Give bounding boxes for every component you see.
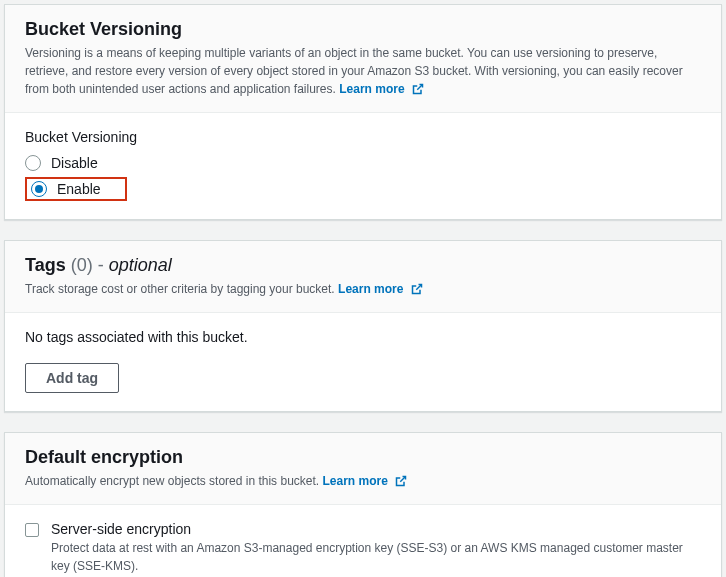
- encryption-desc-text: Automatically encrypt new objects stored…: [25, 474, 319, 488]
- encryption-learn-more-link[interactable]: Learn more: [322, 474, 407, 488]
- versioning-description: Versioning is a means of keeping multipl…: [25, 44, 701, 100]
- tags-title-row: Tags (0) - optional: [25, 255, 701, 276]
- radio-label-disable: Disable: [51, 155, 98, 171]
- tags-empty-message: No tags associated with this bucket.: [25, 329, 701, 345]
- radio-label-enable: Enable: [57, 181, 101, 197]
- external-link-icon: [412, 82, 424, 100]
- radio-icon: [31, 181, 47, 197]
- panel-header: Tags (0) - optional Track storage cost o…: [5, 241, 721, 313]
- tags-desc-text: Track storage cost or other criteria by …: [25, 282, 335, 296]
- tags-panel: Tags (0) - optional Track storage cost o…: [4, 240, 722, 412]
- panel-body: Bucket Versioning Disable Enable: [5, 113, 721, 219]
- sse-checkbox-row[interactable]: Server-side encryption Protect data at r…: [25, 521, 701, 575]
- external-link-icon: [411, 282, 423, 300]
- versioning-field-label: Bucket Versioning: [25, 129, 701, 145]
- versioning-disable-radio[interactable]: Disable: [25, 151, 701, 175]
- versioning-title: Bucket Versioning: [25, 19, 701, 40]
- checkbox-icon: [25, 523, 39, 537]
- radio-icon: [25, 155, 41, 171]
- learn-more-text: Learn more: [339, 82, 404, 96]
- tags-optional: optional: [109, 255, 172, 275]
- tags-title: Tags: [25, 255, 66, 275]
- versioning-enable-radio[interactable]: Enable: [31, 181, 101, 197]
- versioning-learn-more-link[interactable]: Learn more: [339, 82, 424, 96]
- tags-dash: -: [98, 255, 104, 275]
- tags-count: (0): [71, 255, 93, 275]
- learn-more-text: Learn more: [322, 474, 387, 488]
- encryption-panel: Default encryption Automatically encrypt…: [4, 432, 722, 577]
- sse-description: Protect data at rest with an Amazon S3-m…: [51, 539, 701, 575]
- panel-header: Default encryption Automatically encrypt…: [5, 433, 721, 505]
- tags-description: Track storage cost or other criteria by …: [25, 280, 701, 300]
- tags-learn-more-link[interactable]: Learn more: [338, 282, 423, 296]
- panel-body: Server-side encryption Protect data at r…: [5, 505, 721, 577]
- add-tag-button[interactable]: Add tag: [25, 363, 119, 393]
- learn-more-text: Learn more: [338, 282, 403, 296]
- checkbox-content: Server-side encryption Protect data at r…: [51, 521, 701, 575]
- panel-body: No tags associated with this bucket. Add…: [5, 313, 721, 411]
- encryption-title: Default encryption: [25, 447, 701, 468]
- enable-highlight: Enable: [25, 177, 127, 201]
- external-link-icon: [395, 474, 407, 492]
- bucket-versioning-panel: Bucket Versioning Versioning is a means …: [4, 4, 722, 220]
- encryption-description: Automatically encrypt new objects stored…: [25, 472, 701, 492]
- sse-title: Server-side encryption: [51, 521, 701, 537]
- panel-header: Bucket Versioning Versioning is a means …: [5, 5, 721, 113]
